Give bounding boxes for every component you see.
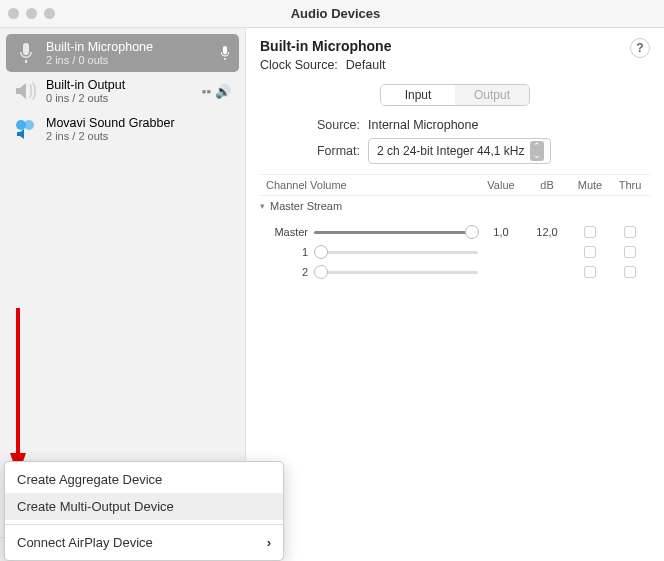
channel-master: Master 1,0 12,0 bbox=[260, 222, 650, 242]
menu-create-aggregate[interactable]: Create Aggregate Device bbox=[5, 466, 283, 493]
device-sub: 0 ins / 2 outs bbox=[46, 92, 194, 104]
col-db: dB bbox=[524, 179, 570, 191]
output-indicators: ▪▪ 🔊 bbox=[202, 84, 231, 99]
chat-icon: ▪▪ bbox=[202, 84, 211, 99]
help-button[interactable]: ? bbox=[630, 38, 650, 58]
thru-checkbox[interactable] bbox=[624, 246, 636, 258]
master-stream-row[interactable]: ▾ Master Stream bbox=[260, 196, 650, 216]
device-movavi[interactable]: Movavi Sound Grabber 2 ins / 2 outs bbox=[6, 110, 239, 148]
channel-db: 12,0 bbox=[524, 226, 570, 238]
thru-checkbox[interactable] bbox=[624, 266, 636, 278]
disclosure-caret-icon[interactable]: ▾ bbox=[260, 201, 270, 211]
format-value: 2 ch 24-bit Integer 44,1 kHz bbox=[377, 144, 524, 158]
mute-checkbox[interactable] bbox=[584, 246, 596, 258]
volume-table-header: Channel Volume Value dB Mute Thru bbox=[260, 174, 650, 196]
volume-slider[interactable] bbox=[314, 225, 478, 239]
volume-slider[interactable] bbox=[314, 245, 478, 259]
channel-label: Master bbox=[260, 226, 314, 238]
col-value: Value bbox=[478, 179, 524, 191]
select-caret-icon: ⌃⌄ bbox=[530, 141, 544, 161]
stream-name: Master Stream bbox=[270, 200, 342, 212]
col-thru: Thru bbox=[610, 179, 650, 191]
volume-slider[interactable] bbox=[314, 265, 478, 279]
detail-header: Built-in Microphone Clock Source: Defaul… bbox=[260, 38, 650, 72]
device-builtin-output[interactable]: Built-in Output 0 ins / 2 outs ▪▪ 🔊 bbox=[6, 72, 239, 110]
io-tabs: Input Output bbox=[380, 84, 530, 106]
device-name: Built-in Output bbox=[46, 78, 194, 92]
titlebar: Audio Devices bbox=[0, 0, 664, 28]
channel-value: 1,0 bbox=[478, 226, 524, 238]
sound-grabber-icon bbox=[14, 117, 38, 141]
menu-connect-airplay[interactable]: Connect AirPlay Device › bbox=[5, 529, 283, 556]
device-name: Built-in Microphone bbox=[46, 40, 211, 54]
mute-checkbox[interactable] bbox=[584, 226, 596, 238]
clock-source-label: Clock Source: bbox=[260, 58, 338, 72]
device-info: Movavi Sound Grabber 2 ins / 2 outs bbox=[46, 116, 231, 142]
mute-checkbox[interactable] bbox=[584, 266, 596, 278]
device-name: Movavi Sound Grabber bbox=[46, 116, 231, 130]
channel-label: 1 bbox=[260, 246, 314, 258]
tab-output[interactable]: Output bbox=[455, 85, 529, 105]
tab-input[interactable]: Input bbox=[381, 85, 455, 105]
mic-indicator-icon bbox=[219, 46, 231, 60]
menu-separator bbox=[5, 524, 283, 525]
source-label: Source: bbox=[260, 118, 360, 132]
add-device-menu: Create Aggregate Device Create Multi-Out… bbox=[4, 461, 284, 561]
detail-panel: Built-in Microphone Clock Source: Defaul… bbox=[246, 28, 664, 561]
channel-rows: Master 1,0 12,0 1 2 bbox=[260, 216, 650, 282]
col-channel: Channel Volume bbox=[260, 179, 478, 191]
format-select[interactable]: 2 ch 24-bit Integer 44,1 kHz ⌃⌄ bbox=[368, 138, 551, 164]
chevron-right-icon: › bbox=[267, 535, 271, 550]
speaker-icon bbox=[14, 79, 38, 103]
sidebar: Built-in Microphone 2 ins / 0 outs Built… bbox=[0, 28, 246, 561]
detail-title: Built-in Microphone bbox=[260, 38, 391, 54]
col-mute: Mute bbox=[570, 179, 610, 191]
volume-icon: 🔊 bbox=[215, 84, 231, 99]
main: Built-in Microphone 2 ins / 0 outs Built… bbox=[0, 28, 664, 561]
thru-checkbox[interactable] bbox=[624, 226, 636, 238]
menu-create-multi-output[interactable]: Create Multi-Output Device bbox=[5, 493, 283, 520]
channel-2: 2 bbox=[260, 262, 650, 282]
format-label: Format: bbox=[260, 144, 360, 158]
menu-airplay-label: Connect AirPlay Device bbox=[17, 535, 153, 550]
device-builtin-mic[interactable]: Built-in Microphone 2 ins / 0 outs bbox=[6, 34, 239, 72]
channel-label: 2 bbox=[260, 266, 314, 278]
microphone-icon bbox=[14, 41, 38, 65]
device-info: Built-in Output 0 ins / 2 outs bbox=[46, 78, 194, 104]
device-sub: 2 ins / 2 outs bbox=[46, 130, 231, 142]
clock-source-value: Default bbox=[346, 58, 386, 72]
channel-1: 1 bbox=[260, 242, 650, 262]
window-title: Audio Devices bbox=[15, 6, 656, 21]
device-info: Built-in Microphone 2 ins / 0 outs bbox=[46, 40, 211, 66]
source-value: Internal Microphone bbox=[368, 118, 478, 132]
device-sub: 2 ins / 0 outs bbox=[46, 54, 211, 66]
svg-point-1 bbox=[24, 120, 34, 130]
